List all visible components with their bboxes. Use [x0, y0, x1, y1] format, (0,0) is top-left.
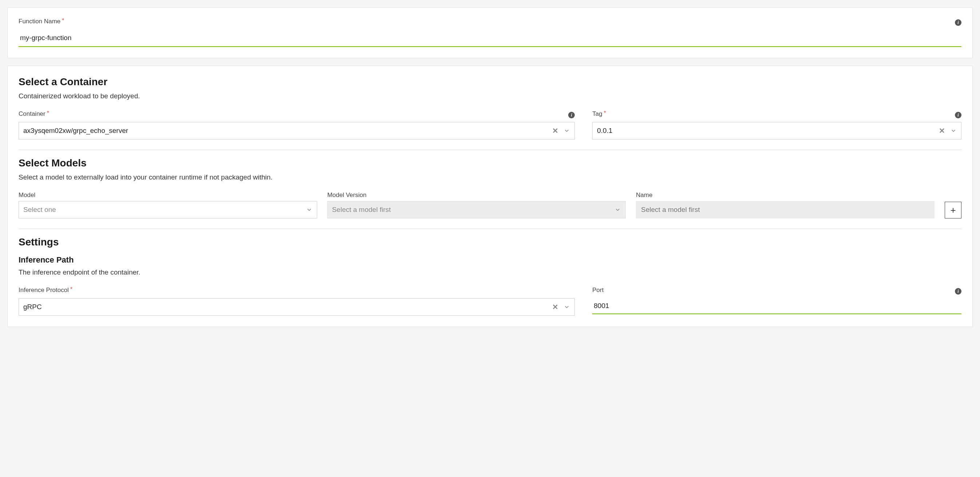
required-indicator: *: [62, 18, 64, 24]
protocol-label: Inference Protocol: [19, 287, 69, 294]
models-section: Select Models Select a model to external…: [19, 150, 961, 229]
model-name-label: Name: [636, 191, 652, 199]
settings-title: Settings: [19, 236, 961, 248]
settings-section: Settings Inference Path The inference en…: [19, 229, 961, 316]
chevron-down-icon[interactable]: [306, 206, 312, 213]
info-icon[interactable]: i: [955, 112, 961, 118]
inference-path-title: Inference Path: [19, 255, 961, 265]
model-version-placeholder: Select a model first: [332, 206, 615, 214]
info-icon[interactable]: i: [955, 288, 961, 295]
model-select[interactable]: Select one: [19, 201, 317, 219]
info-icon[interactable]: i: [568, 112, 575, 118]
model-version-label: Model Version: [328, 191, 367, 199]
container-description: Containerized workload to be deployed.: [19, 92, 961, 100]
required-indicator: *: [47, 110, 49, 116]
models-title: Select Models: [19, 157, 961, 169]
chevron-down-icon[interactable]: [950, 128, 957, 134]
model-placeholder: Select one: [23, 206, 306, 214]
main-form-card: Select a Container Containerized workloa…: [7, 65, 973, 327]
required-indicator: *: [604, 110, 606, 116]
chevron-down-icon[interactable]: [563, 304, 570, 310]
model-label: Model: [19, 191, 35, 199]
model-version-select: Select a model first: [328, 201, 626, 219]
port-input[interactable]: [592, 298, 961, 314]
tag-select[interactable]: 0.0.1 ✕: [592, 122, 961, 139]
required-indicator: *: [70, 286, 72, 293]
port-label: Port: [592, 287, 603, 294]
container-value: ax3ysqem02xw/grpc_echo_server: [23, 127, 552, 135]
chevron-down-icon[interactable]: [563, 128, 570, 134]
models-description: Select a model to externally load into y…: [19, 173, 961, 181]
model-name-input: [636, 201, 934, 219]
add-model-button[interactable]: +: [945, 202, 961, 219]
container-title: Select a Container: [19, 76, 961, 88]
function-name-label: Function Name: [19, 18, 60, 25]
container-label: Container: [19, 110, 46, 118]
tag-label: Tag: [592, 110, 602, 118]
inference-path-description: The inference endpoint of the container.: [19, 268, 961, 276]
info-icon[interactable]: i: [955, 19, 961, 26]
clear-icon[interactable]: ✕: [552, 127, 558, 134]
protocol-select[interactable]: gRPC ✕: [19, 298, 575, 316]
clear-icon[interactable]: ✕: [939, 127, 945, 134]
protocol-value: gRPC: [23, 303, 552, 311]
container-section: Select a Container Containerized workloa…: [19, 66, 961, 150]
tag-value: 0.0.1: [597, 127, 939, 135]
function-name-input[interactable]: [19, 29, 961, 47]
function-name-card: Function Name * i: [7, 7, 973, 58]
chevron-down-icon: [614, 206, 621, 213]
container-select[interactable]: ax3ysqem02xw/grpc_echo_server ✕: [19, 122, 575, 139]
clear-icon[interactable]: ✕: [552, 303, 558, 311]
